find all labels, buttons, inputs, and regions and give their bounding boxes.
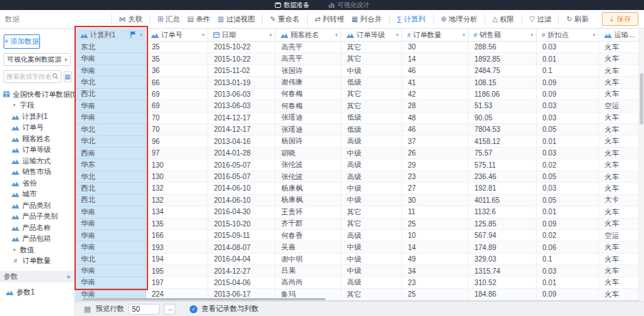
table-cell[interactable]: 空运	[599, 230, 639, 241]
table-cell[interactable]: 2015-10-20	[208, 219, 275, 230]
table-cell[interactable]: 51.53	[469, 100, 537, 112]
table-cell[interactable]: 2484.75	[469, 65, 537, 77]
table-cell[interactable]: 42	[402, 89, 469, 100]
table-cell[interactable]: 火车	[599, 183, 639, 194]
table-cell[interactable]: 35	[146, 53, 208, 64]
table-cell[interactable]: 192.81	[469, 183, 537, 194]
table-cell[interactable]: 火车	[599, 219, 639, 230]
table-cell[interactable]: 华南	[75, 230, 146, 241]
table-cell[interactable]: 2013-06-03	[208, 100, 275, 112]
table-cell[interactable]: 其它	[341, 100, 402, 112]
table-cell[interactable]: 1892.85	[469, 53, 537, 64]
search-input[interactable]	[6, 73, 51, 80]
apply-rows-button[interactable]: →	[164, 304, 175, 315]
table-cell[interactable]: 华北	[75, 171, 146, 183]
table-cell[interactable]: 132	[146, 183, 208, 194]
table-cell[interactable]: 0.09	[537, 77, 599, 88]
table-cell[interactable]: 中级	[341, 65, 402, 77]
table-cell[interactable]: 197	[146, 277, 208, 289]
table-cell[interactable]: 46	[402, 124, 469, 135]
table-cell[interactable]: 135	[146, 219, 208, 230]
table-cell[interactable]: 0.06	[537, 241, 599, 253]
table-cell[interactable]: 华北	[75, 77, 146, 88]
table-cell[interactable]: 火车	[599, 277, 639, 289]
table-cell[interactable]: 130	[146, 171, 208, 183]
table-cell[interactable]: 低级	[341, 112, 402, 124]
table-cell[interactable]: 2013-06-03	[208, 89, 275, 100]
table-cell[interactable]: 36	[146, 65, 208, 77]
sidebar-field-5[interactable]: 销售市场	[3, 167, 74, 178]
toolbar-button-4[interactable]: ✎重命名	[266, 11, 303, 27]
table-cell[interactable]: 0.09	[537, 219, 599, 230]
column-menu-caret-icon[interactable]: ▾	[462, 32, 465, 38]
table-cell[interactable]: 30	[402, 195, 469, 206]
table-cell[interactable]: 174.89	[469, 241, 537, 253]
table-cell[interactable]: 69	[146, 89, 208, 100]
table-cell[interactable]: 火车	[599, 171, 639, 183]
table-cell[interactable]: 0.05	[537, 195, 599, 206]
column-menu-caret-icon[interactable]: ▾	[269, 32, 272, 38]
top-tab-1[interactable]: 可视化设计	[328, 1, 370, 10]
table-cell[interactable]: 70	[146, 124, 208, 135]
table-cell[interactable]: 27	[402, 183, 469, 194]
table-cell[interactable]: 2015-10-22	[208, 53, 275, 64]
table-cell[interactable]: 大卡	[599, 195, 639, 206]
table-cell[interactable]: 西北	[75, 195, 146, 206]
table-cell[interactable]: 高级	[341, 136, 402, 148]
table-cell[interactable]: 236.46	[469, 171, 537, 183]
table-cell[interactable]: 吴嘉	[275, 241, 341, 253]
table-cell[interactable]: 288.56	[469, 42, 537, 53]
table-cell[interactable]: 30	[402, 42, 469, 53]
table-cell[interactable]: 37	[402, 136, 469, 148]
preview-rows-input[interactable]	[128, 304, 160, 315]
toolbar-button-9[interactable]: △权限	[489, 11, 518, 27]
table-cell[interactable]: 其它	[341, 42, 402, 53]
table-cell[interactable]: 0.1	[537, 254, 599, 265]
table-cell[interactable]: 低级	[341, 124, 402, 135]
table-cell[interactable]: 张瑶迪	[275, 124, 341, 135]
column-header-5[interactable]: #订单数量▾	[402, 29, 469, 41]
table-cell[interactable]: 130	[146, 159, 208, 171]
table-cell[interactable]: 195	[146, 265, 208, 277]
table-cell[interactable]: 310.52	[469, 277, 537, 289]
table-cell[interactable]: 火车	[599, 136, 639, 148]
sidebar-field-10[interactable]: 产品名称	[3, 222, 74, 234]
table-cell[interactable]: 2013-01-19	[208, 77, 275, 88]
sidebar-field-9[interactable]: 产品子类别	[3, 211, 74, 223]
table-cell[interactable]: 其它	[341, 89, 402, 100]
table-cell[interactable]: 何春梅	[275, 89, 341, 100]
table-cell[interactable]: 26	[402, 148, 469, 159]
table-cell[interactable]: 1186.06	[469, 89, 537, 100]
table-cell[interactable]: 中级	[341, 183, 402, 194]
table-cell[interactable]: 高级	[341, 159, 402, 171]
sidebar-field-6[interactable]: 省份	[3, 178, 74, 189]
table-cell[interactable]: 125.85	[469, 219, 537, 230]
table-cell[interactable]: 华南	[75, 265, 146, 277]
sidebar-field-8[interactable]: 产品类别	[3, 200, 74, 211]
table-cell[interactable]: 0.05	[537, 171, 599, 183]
column-menu-caret-icon[interactable]: ▾	[140, 32, 142, 38]
table-cell[interactable]: 杨康枫	[275, 195, 341, 206]
table-cell[interactable]: 低级	[341, 77, 402, 88]
save-button[interactable]: ⇣ 保存	[602, 12, 638, 26]
table-cell[interactable]: 2015-09-11	[208, 230, 275, 241]
table-cell[interactable]: 75.57	[469, 148, 537, 159]
column-header-3[interactable]: 顾客姓名▾	[275, 29, 341, 41]
table-cell[interactable]: 中级	[341, 195, 402, 206]
table-cell[interactable]: 132	[146, 195, 208, 206]
table-cell[interactable]: 何春香	[275, 230, 341, 241]
table-cell[interactable]: 其它	[341, 219, 402, 230]
table-cell[interactable]: 华南	[75, 112, 146, 124]
table-cell[interactable]: 吕果	[275, 265, 341, 277]
sidebar-value-field-0[interactable]: #订单数量	[3, 256, 74, 267]
table-cell[interactable]: 其它	[341, 206, 402, 218]
table-cell[interactable]: 张伦波	[275, 171, 341, 183]
table-cell[interactable]: 1315.74	[469, 265, 537, 277]
table-cell[interactable]: 火车	[599, 77, 639, 88]
top-tab-0[interactable]: 数据准备	[275, 1, 310, 10]
table-cell[interactable]: 谢伟康	[275, 77, 341, 88]
table-cell[interactable]: 华南	[75, 277, 146, 289]
table-cell[interactable]: 28	[402, 100, 469, 112]
table-cell[interactable]: 2014-12-17	[208, 112, 275, 124]
table-cell[interactable]: 华北	[75, 136, 146, 148]
